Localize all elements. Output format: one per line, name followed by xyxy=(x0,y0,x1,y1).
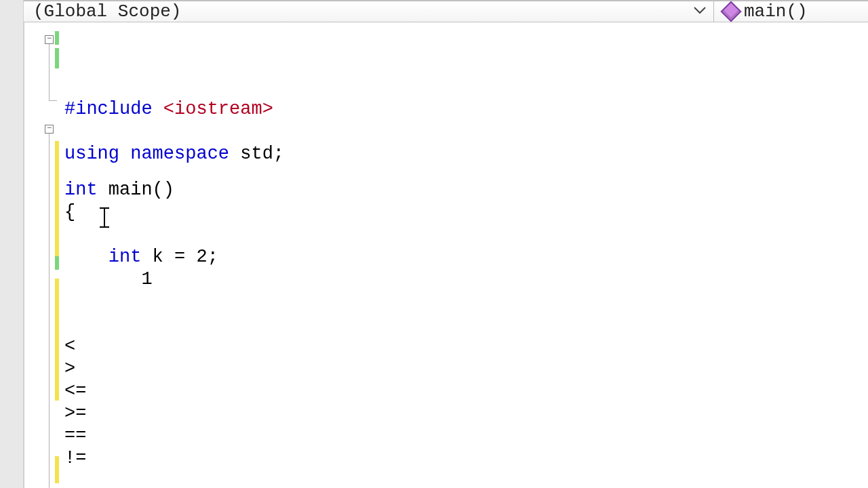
outline-guide xyxy=(49,134,50,488)
outline-toggle[interactable]: − xyxy=(45,125,54,134)
code-line[interactable] xyxy=(64,165,868,179)
code-line[interactable]: { xyxy=(64,201,868,224)
outline-guide xyxy=(49,44,50,100)
code-line[interactable]: 1 xyxy=(64,268,868,291)
code-surface[interactable]: #include <iostream> using namespace std;… xyxy=(58,22,868,488)
context-dropdown[interactable]: main() xyxy=(714,1,868,22)
code-line[interactable]: >= xyxy=(64,403,868,425)
code-line[interactable]: < xyxy=(64,336,868,358)
code-line[interactable]: int main() xyxy=(64,179,868,201)
outline-guide xyxy=(49,100,57,101)
code-line[interactable] xyxy=(64,470,868,488)
code-line[interactable]: <= xyxy=(64,380,868,403)
context-label: main() xyxy=(744,1,808,22)
code-line[interactable] xyxy=(64,121,868,143)
code-line[interactable]: != xyxy=(64,447,868,470)
code-line[interactable]: #include <iostream> xyxy=(64,98,868,121)
code-editor[interactable]: − − #include <iostream> using namespace … xyxy=(24,22,868,488)
code-line[interactable]: == xyxy=(64,425,868,447)
code-line[interactable] xyxy=(64,313,868,336)
code-line[interactable]: > xyxy=(64,358,868,380)
outline-toggle[interactable]: − xyxy=(45,35,54,44)
code-line[interactable]: int k = 2; xyxy=(64,246,868,268)
scope-dropdown-label: (Global Scope) xyxy=(33,1,181,22)
chevron-down-icon xyxy=(693,5,707,18)
code-line[interactable] xyxy=(64,224,868,246)
code-line[interactable]: using namespace std; xyxy=(64,143,868,165)
navigation-bar: (Global Scope) main() xyxy=(24,0,868,22)
outlining-gutter: − − xyxy=(24,22,58,488)
scope-dropdown[interactable]: (Global Scope) xyxy=(24,1,714,22)
main-column: (Global Scope) main() − − xyxy=(24,0,868,488)
method-icon xyxy=(720,1,741,22)
code-line[interactable] xyxy=(64,291,868,313)
indicator-margin xyxy=(0,0,24,488)
editor-root: (Global Scope) main() − − xyxy=(0,0,868,488)
